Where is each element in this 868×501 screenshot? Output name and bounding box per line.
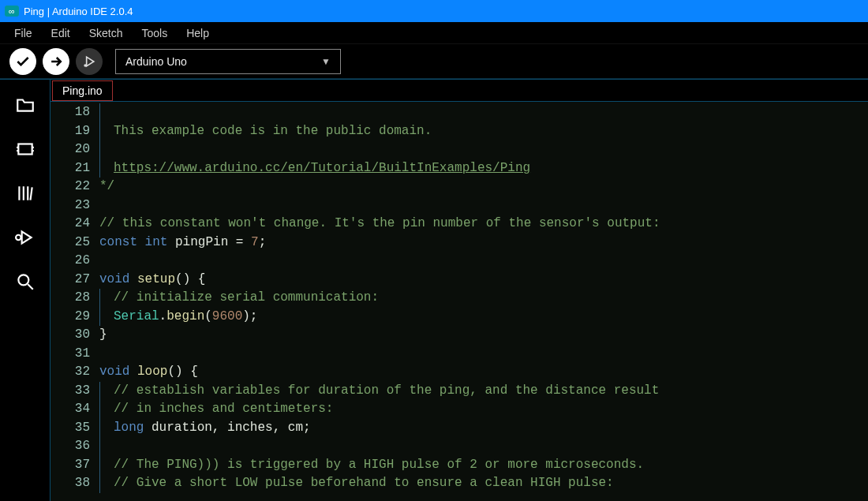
menu-bar: File Edit Sketch Tools Help	[0, 22, 868, 44]
verify-button[interactable]	[9, 48, 36, 75]
indent-guide	[99, 308, 114, 327]
line-number: 31	[51, 345, 90, 364]
code-token: ,	[212, 419, 227, 438]
code-line[interactable]: https://www.arduino.cc/en/Tutorial/Built…	[99, 159, 868, 178]
code-editor[interactable]: 1819202122232425262728293031323334353637…	[51, 102, 868, 501]
code-token: void	[99, 363, 137, 382]
menu-sketch[interactable]: Sketch	[81, 25, 131, 41]
code-line[interactable]	[99, 196, 868, 215]
code-token: duration	[152, 419, 212, 438]
line-number: 33	[51, 382, 90, 401]
code-content[interactable]: This example code is in the public domai…	[99, 102, 868, 501]
code-token: void	[99, 271, 137, 290]
line-number: 36	[51, 437, 90, 456]
indent-guide	[99, 289, 114, 308]
svg-rect-1	[18, 144, 32, 155]
indent-guide	[99, 382, 114, 401]
menu-file[interactable]: File	[6, 25, 40, 41]
line-number: 28	[51, 289, 90, 308]
search-icon	[15, 271, 36, 292]
code-line[interactable]: // initialize serial communication:	[99, 289, 868, 308]
sidebar-debug[interactable]	[14, 226, 36, 249]
sidebar-boards-manager[interactable]	[14, 138, 36, 160]
line-number: 37	[51, 456, 90, 475]
line-number: 20	[51, 140, 90, 159]
tab-ping-ino[interactable]: Ping.ino	[52, 80, 113, 101]
code-token: // Give a short LOW pulse beforehand to …	[114, 474, 614, 493]
code-token: begin	[166, 308, 204, 327]
code-line[interactable]	[99, 252, 868, 271]
indent-guide	[99, 400, 114, 419]
code-line[interactable]	[99, 103, 868, 122]
code-line[interactable]: // this constant won't change. It's the …	[99, 215, 868, 234]
code-line[interactable]: void setup() {	[99, 271, 868, 290]
code-line[interactable]: This example code is in the public domai…	[99, 122, 868, 141]
code-line[interactable]	[99, 345, 868, 364]
code-line[interactable]: // The PING))) is triggered by a HIGH pu…	[99, 456, 868, 475]
indent-guide	[99, 103, 114, 122]
code-token: 7	[251, 234, 259, 252]
code-token: }	[99, 326, 107, 345]
library-icon	[15, 183, 36, 204]
line-number: 18	[51, 103, 90, 122]
board-selected-label: Arduino Uno	[125, 55, 187, 68]
sidebar-library-manager[interactable]	[14, 182, 36, 204]
code-token: // initialize serial communication:	[114, 289, 379, 308]
menu-tools[interactable]: Tools	[134, 25, 176, 41]
line-number: 30	[51, 326, 90, 345]
code-token: pingPin	[175, 234, 236, 252]
code-line[interactable]: Serial.begin(9600);	[99, 308, 868, 327]
activity-sidebar	[0, 80, 51, 501]
line-number: 24	[51, 215, 90, 234]
code-token: https://www.arduino.cc/en/Tutorial/Built…	[114, 159, 530, 178]
upload-button[interactable]	[43, 48, 69, 75]
toolbar: Arduino Uno ▼	[0, 44, 868, 79]
menu-help[interactable]: Help	[178, 25, 217, 41]
code-token: // The PING))) is triggered by a HIGH pu…	[114, 456, 644, 475]
tab-label: Ping.ino	[62, 84, 103, 97]
code-line[interactable]: }	[99, 326, 868, 345]
sidebar-sketchbook[interactable]	[14, 94, 36, 116]
code-token: () {	[167, 363, 197, 382]
code-line[interactable]	[99, 140, 868, 159]
indent-guide	[99, 456, 114, 475]
sidebar-search[interactable]	[14, 271, 36, 293]
code-line[interactable]: long duration, inches, cm;	[99, 419, 868, 438]
code-line[interactable]	[99, 437, 868, 456]
window-titlebar: Ping | Arduino IDE 2.0.4	[0, 0, 868, 22]
code-line[interactable]: void loop() {	[99, 363, 868, 382]
code-token: setup	[137, 271, 175, 290]
line-number: 38	[51, 474, 90, 493]
debug-button[interactable]	[76, 48, 103, 75]
code-token: inches	[227, 419, 273, 438]
code-token: =	[236, 234, 251, 252]
code-token: (	[204, 308, 212, 327]
code-line[interactable]: // establish variables for duration of t…	[99, 382, 868, 401]
line-number: 32	[51, 363, 90, 382]
line-number: 29	[51, 308, 90, 327]
code-line[interactable]: */	[99, 178, 868, 196]
editor-area: Ping.ino 1819202122232425262728293031323…	[51, 80, 868, 501]
code-token: int	[145, 234, 175, 252]
line-number: 25	[51, 234, 90, 252]
code-line[interactable]: // in inches and centimeters:	[99, 400, 868, 419]
indent-guide	[99, 122, 114, 141]
board-selector[interactable]: Arduino Uno ▼	[115, 49, 341, 74]
code-line[interactable]: const int pingPin = 7;	[99, 234, 868, 252]
line-number: 23	[51, 196, 90, 215]
code-token: () {	[175, 271, 205, 290]
code-token: // in inches and centimeters:	[114, 400, 333, 419]
code-line[interactable]: // Give a short LOW pulse beforehand to …	[99, 474, 868, 493]
code-token: // establish variables for duration of t…	[114, 382, 659, 401]
line-number-gutter: 1819202122232425262728293031323334353637…	[51, 102, 99, 501]
code-token: const	[99, 234, 145, 252]
folder-icon	[15, 95, 36, 115]
code-token: long	[114, 419, 152, 438]
line-number: 22	[51, 178, 90, 196]
code-token: Serial	[114, 308, 159, 327]
code-token: 9600	[212, 308, 242, 327]
menu-edit[interactable]: Edit	[43, 25, 78, 41]
line-number: 27	[51, 271, 90, 290]
indent-guide	[99, 419, 114, 438]
svg-point-3	[18, 275, 28, 285]
